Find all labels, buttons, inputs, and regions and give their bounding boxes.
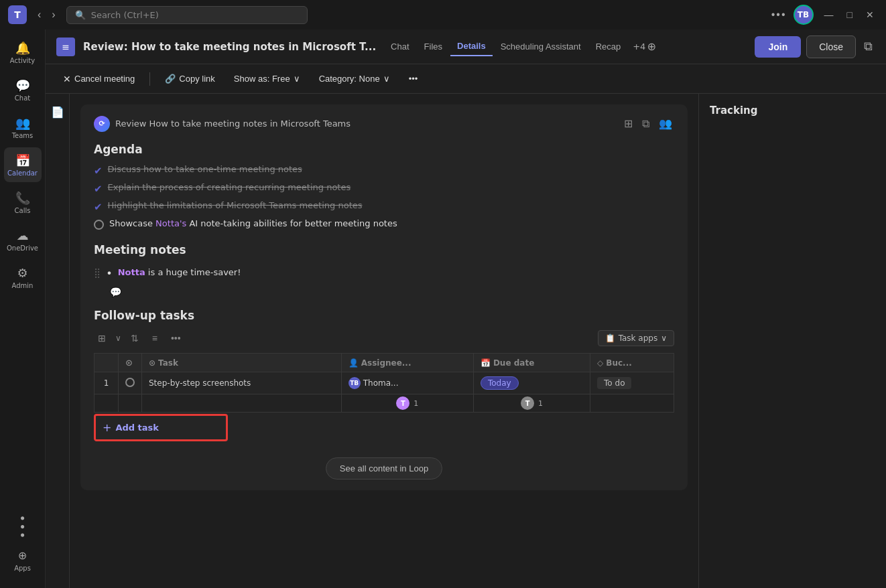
minimize-button[interactable]: — xyxy=(820,8,838,21)
sidebar-item-admin[interactable]: ⚙ Admin xyxy=(4,260,42,295)
tab-recap[interactable]: Recap xyxy=(589,38,628,56)
sidebar-item-label: Calls xyxy=(15,207,31,214)
task-table: ⊙ ⊙ Task xyxy=(94,353,674,413)
tab-details[interactable]: Details xyxy=(450,37,493,56)
popout-button[interactable]: ⧉ xyxy=(861,37,875,56)
checkmark-icon: ✔ xyxy=(94,165,103,177)
sidebar-item-label: Admin xyxy=(12,282,34,289)
maximize-button[interactable]: □ xyxy=(843,8,857,21)
sidebar-item-chat[interactable]: 💬 Chat xyxy=(4,72,42,107)
notes-bullet: ⣿ • Notta is a huge time-saver! xyxy=(94,265,674,283)
nav-arrows: ‹ › xyxy=(34,6,60,23)
checkmark-icon: ✔ xyxy=(94,183,103,195)
titlebar-left: T ‹ › 🔍 Search (Ctrl+E) xyxy=(8,5,308,24)
apps-icon: ⊕ xyxy=(15,548,30,563)
task-number: 1 xyxy=(94,372,119,394)
sidebar-item-onedrive[interactable]: ☁ OneDrive xyxy=(4,222,42,257)
group-task-cell xyxy=(142,394,342,413)
notes-panel[interactable]: ⟳ Review How to take meeting notes in Mi… xyxy=(70,94,698,588)
loop-icon: ⟳ xyxy=(94,116,110,132)
agenda-title: Agenda xyxy=(94,143,674,156)
agenda-item-text: Discuss how to take one-time meeting not… xyxy=(108,164,302,174)
admin-icon: ⚙ xyxy=(15,265,30,280)
toolbar-more-button[interactable]: ••• xyxy=(402,70,425,87)
notta-link[interactable]: Notta's xyxy=(155,218,186,228)
search-bar[interactable]: 🔍 Search (Ctrl+E) xyxy=(66,6,308,24)
loop-header: ⟳ Review How to take meeting notes in Mi… xyxy=(94,115,674,132)
content-panel: 📄 ⟳ Review How to take meeting notes in … xyxy=(46,94,886,588)
task-bucket-cell[interactable]: To do xyxy=(590,372,674,394)
loop-component: ⟳ Review How to take meeting notes in Mi… xyxy=(80,104,688,490)
sidebar-item-apps[interactable]: ⊕ Apps xyxy=(4,542,42,577)
task-checkbox-cell[interactable] xyxy=(119,372,142,394)
col-bucket: ◇ Buc... xyxy=(590,354,674,372)
join-button[interactable]: Join xyxy=(755,36,801,58)
add-task-row[interactable]: + Add task xyxy=(94,414,228,441)
task-assignee-cell[interactable]: TB Thoma... xyxy=(341,372,473,394)
see-all-button[interactable]: See all content in Loop xyxy=(326,457,442,480)
task-grid-button[interactable]: ⊞ xyxy=(94,330,110,346)
category-button[interactable]: Category: None ∨ xyxy=(312,70,397,87)
meeting-icon: ≡ xyxy=(56,38,75,56)
table-row: 1 Step-by-step screenshots TB xyxy=(94,372,674,394)
loop-share-button[interactable]: 👥 xyxy=(657,115,674,132)
sidebar-item-label: Calendar xyxy=(7,169,38,177)
meeting-notes-title: Meeting notes xyxy=(94,243,674,256)
calendar-icon: 📅 xyxy=(15,153,30,167)
chevron-down-icon: ∨ xyxy=(661,334,667,343)
calendar-col-icon: 📅 xyxy=(481,358,491,368)
sidebar-item-calendar[interactable]: 📅 Calendar xyxy=(4,147,42,182)
circle-icon xyxy=(94,220,104,230)
cancel-meeting-button[interactable]: ✕ Cancel meeting xyxy=(56,70,141,88)
agenda-list: ✔ Discuss how to take one-time meeting n… xyxy=(94,164,674,230)
task-circle-icon xyxy=(125,378,135,387)
task-toolbar: ⊞ ∨ ⇅ ≡ ••• 📋 Task apps ∨ xyxy=(94,330,674,346)
group-bucket-cell xyxy=(590,394,674,413)
more-options-button[interactable]: ••• xyxy=(771,9,787,21)
tab-files[interactable]: Files xyxy=(418,38,449,56)
task-group-row: T 1 T 1 xyxy=(94,394,674,413)
nav-forward-button[interactable]: › xyxy=(48,6,59,23)
main-content: ≡ Review: How to take meeting notes in M… xyxy=(46,29,886,588)
task-more-button[interactable]: ••• xyxy=(167,330,185,346)
agenda-item: ✔ Highlight the limitations of Microsoft… xyxy=(94,200,674,213)
more-sidebar-button[interactable]: ••• xyxy=(10,510,35,546)
task-duedate-cell[interactable]: Today xyxy=(473,372,590,394)
task-apps-button[interactable]: 📋 Task apps ∨ xyxy=(598,330,674,346)
meeting-tabs: Chat Files Details Scheduling Assistant … xyxy=(384,36,747,57)
copy-link-button[interactable]: 🔗 Copy link xyxy=(158,70,221,87)
note-icon[interactable]: 📄 xyxy=(47,102,68,123)
loop-grid-button[interactable]: ⊞ xyxy=(622,115,635,132)
bucket-icon: ◇ xyxy=(597,358,603,368)
show-as-button[interactable]: Show as: Free ∨ xyxy=(227,70,307,87)
sidebar-item-calls[interactable]: 📞 Calls xyxy=(4,185,42,220)
close-button[interactable]: ✕ xyxy=(862,8,878,21)
col-duedate: 📅 Due date xyxy=(473,354,590,372)
person-icon: 👤 xyxy=(349,358,359,368)
sidebar-item-activity[interactable]: 🔔 Activity xyxy=(4,35,42,70)
task-sort-button[interactable]: ⇅ xyxy=(127,330,143,346)
sidebar-item-teams[interactable]: 👥 Teams xyxy=(4,110,42,145)
activity-icon: 🔔 xyxy=(15,40,30,55)
task-apps-icon: 📋 xyxy=(605,334,615,343)
loop-actions: ⊞ ⧉ 👥 xyxy=(622,115,674,132)
avatar[interactable]: TB xyxy=(794,5,814,25)
comment-icon[interactable]: 💬 xyxy=(110,287,121,297)
task-table-wrapper[interactable]: ⊙ ⊙ Task xyxy=(94,353,674,413)
drag-handle[interactable]: ⣿ xyxy=(94,267,101,278)
sidebar-item-label: Teams xyxy=(12,132,34,139)
toolbar: ✕ Cancel meeting 🔗 Copy link Show as: Fr… xyxy=(46,64,886,94)
task-name-cell[interactable]: Step-by-step screenshots xyxy=(142,372,342,394)
group-due-avatar: T xyxy=(521,396,534,410)
task-filter-button[interactable]: ≡ xyxy=(148,330,162,346)
calls-icon: 📞 xyxy=(15,190,30,205)
close-meeting-button[interactable]: Close xyxy=(806,35,856,58)
nav-back-button[interactable]: ‹ xyxy=(34,6,45,23)
loop-frame-button[interactable]: ⧉ xyxy=(640,115,651,132)
tab-scheduling[interactable]: Scheduling Assistant xyxy=(494,38,588,56)
tab-more[interactable]: +4 ⊕ xyxy=(629,36,660,57)
tab-chat[interactable]: Chat xyxy=(384,38,416,56)
group-due-cell: T 1 xyxy=(473,394,590,413)
search-icon: 🔍 xyxy=(75,10,86,20)
titlebar: T ‹ › 🔍 Search (Ctrl+E) ••• TB — □ ✕ xyxy=(0,0,886,29)
